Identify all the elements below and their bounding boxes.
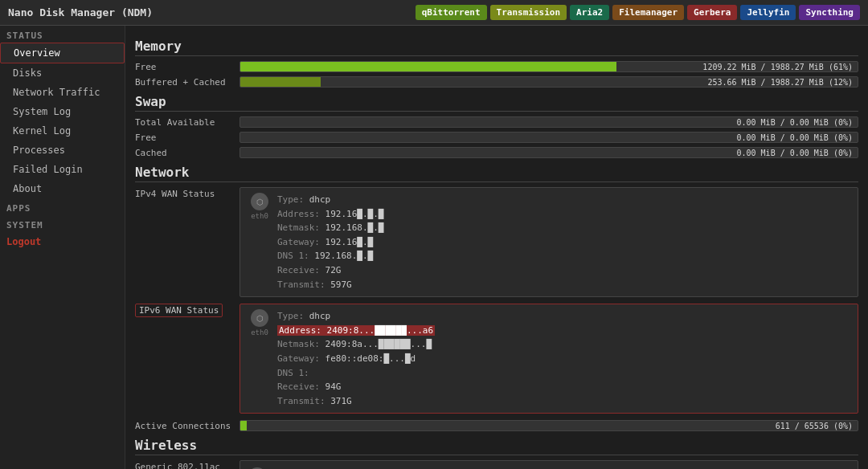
memory-buffered-value: 253.66 MiB / 1988.27 MiB (12%) — [707, 77, 853, 88]
aria2-button[interactable]: Aria2 — [570, 5, 609, 20]
ipv4-row: IPv4 WAN Status ⬡ eth0 Type: dhcp Addres… — [135, 187, 858, 297]
apps-section-label: Apps — [0, 198, 125, 215]
ipv4-dns-label: DNS 1: — [277, 251, 314, 261]
swap-total-bar: 0.00 MiB / 0.00 MiB (0%) — [240, 116, 858, 128]
wireless-device-label: Generic 802.11ac Wireless Controller (ra… — [135, 460, 240, 469]
ipv4-icon-label: eth0 — [251, 212, 268, 220]
ipv6-label-box: IPv6 WAN Status — [135, 304, 223, 317]
ipv6-transmit-label: Transmit: — [277, 396, 330, 406]
sidebar: Status Overview Disks Network Traffic Sy… — [0, 26, 125, 469]
ipv6-type-label: Type: — [277, 311, 309, 321]
ipv6-icon-circle: ⬡ — [251, 309, 268, 327]
app-title: Nano Disk Manager (NDM) — [8, 6, 153, 18]
transmission-button[interactable]: Transmission — [490, 5, 567, 20]
sidebar-item-processes[interactable]: Processes — [0, 141, 125, 160]
jellyfin-button[interactable]: Jellyfin — [740, 5, 796, 20]
ipv6-netmask-label: Netmask: — [277, 339, 326, 349]
gerbera-button[interactable]: Gerbera — [687, 5, 737, 20]
ipv4-address-label: Address: — [277, 209, 326, 219]
system-section-label: System — [0, 215, 125, 232]
ipv4-transmit-label: Transmit: — [277, 279, 330, 290]
ipv6-row: IPv6 WAN Status ⬡ eth0 Type: dhcp Addres… — [135, 304, 858, 414]
ipv6-dns-label: DNS 1: — [277, 368, 309, 378]
memory-free-row: Free 1209.22 MiB / 1988.27 MiB (61%) — [135, 61, 858, 72]
memory-free-bar-fill — [240, 62, 616, 71]
ipv6-details: Type: dhcp Address: 2409:8...██████...a6… — [277, 309, 850, 408]
syncthing-button[interactable]: Syncthing — [799, 5, 860, 20]
connections-row: Active Connections 611 / 65536 (0%) — [135, 420, 858, 431]
ipv6-icon: ⬡ eth0 — [248, 309, 271, 336]
swap-section-header: Swap — [135, 94, 858, 112]
network-section-header: Network — [135, 165, 858, 182]
layout: Status Overview Disks Network Traffic Sy… — [0, 26, 868, 469]
swap-total-label: Total Available — [135, 117, 240, 128]
ipv6-icon-label: eth0 — [251, 328, 268, 336]
ipv4-label: IPv4 WAN Status — [135, 187, 240, 297]
sidebar-item-failed-login[interactable]: Failed Login — [0, 160, 125, 179]
memory-free-label: Free — [135, 62, 240, 72]
swap-free-label: Free — [135, 133, 240, 143]
ipv6-receive-label: Receive: — [277, 381, 326, 392]
connections-label: Active Connections — [135, 421, 240, 431]
sidebar-item-disks[interactable]: Disks — [0, 63, 125, 83]
main-content: Memory Free 1209.22 MiB / 1988.27 MiB (6… — [125, 26, 868, 469]
wireless-info-box: 📶 SSID: HacklogDashboard Mode: Client Ch… — [240, 460, 858, 469]
swap-cached-row: Cached 0.00 MiB / 0.00 MiB (0%) — [135, 147, 858, 158]
swap-free-row: Free 0.00 MiB / 0.00 MiB (0%) — [135, 132, 858, 143]
ipv4-icon: ⬡ eth0 — [248, 193, 271, 220]
qbittorrent-button[interactable]: qBittorrent — [416, 5, 487, 20]
swap-cached-value: 0.00 MiB / 0.00 MiB (0%) — [737, 148, 854, 158]
ipv6-outer-label: IPv6 WAN Status — [135, 304, 240, 414]
ipv4-info-box: ⬡ eth0 Type: dhcp Address: 192.16█.█.█ N… — [240, 187, 858, 297]
swap-total-value: 0.00 MiB / 0.00 MiB (0%) — [737, 117, 854, 128]
ipv6-gateway-label: Gateway: — [277, 353, 326, 364]
sidebar-item-network-traffic[interactable]: Network Traffic — [0, 83, 125, 102]
memory-buffered-bar: 253.66 MiB / 1988.27 MiB (12%) — [240, 76, 858, 88]
swap-cached-bar: 0.00 MiB / 0.00 MiB (0%) — [240, 147, 858, 158]
memory-section-header: Memory — [135, 39, 858, 56]
memory-buffered-label: Buffered + Cached — [135, 77, 240, 88]
memory-buffered-row: Buffered + Cached 253.66 MiB / 1988.27 M… — [135, 76, 858, 88]
sidebar-item-system-log[interactable]: System Log — [0, 102, 125, 121]
memory-free-value: 1209.22 MiB / 1988.27 MiB (61%) — [702, 62, 853, 72]
status-section-label: Status — [0, 26, 125, 43]
wireless-details: SSID: HacklogDashboard Mode: Client Chan… — [272, 466, 850, 469]
connections-value: 611 / 65536 (0%) — [776, 421, 853, 431]
header-nav: qBittorrent Transmission Aria2 Filemanag… — [416, 5, 860, 20]
sidebar-item-overview[interactable]: Overview — [0, 43, 125, 63]
ipv4-details: Type: dhcp Address: 192.16█.█.█ Netmask:… — [277, 193, 850, 292]
ipv4-type-label: Type: — [277, 194, 309, 205]
ipv6-address-highlight: Address: 2409:8...██████...a6 — [277, 325, 435, 336]
ipv4-gateway-label: Gateway: — [277, 237, 326, 247]
sidebar-item-about[interactable]: About — [0, 179, 125, 198]
ipv4-netmask-label: Netmask: — [277, 222, 326, 233]
memory-buffered-bar-fill — [240, 77, 321, 87]
swap-free-bar: 0.00 MiB / 0.00 MiB (0%) — [240, 132, 858, 143]
memory-free-bar: 1209.22 MiB / 1988.27 MiB (61%) — [240, 61, 858, 72]
header: Nano Disk Manager (NDM) qBittorrent Tran… — [0, 0, 868, 26]
filemanager-button[interactable]: Filemanager — [612, 5, 684, 20]
ipv4-icon-circle: ⬡ — [251, 193, 268, 210]
connections-bar-fill — [240, 421, 247, 430]
ipv6-info-box: ⬡ eth0 Type: dhcp Address: 2409:8...████… — [240, 304, 858, 414]
sidebar-item-logout[interactable]: Logout — [0, 232, 125, 251]
swap-total-row: Total Available 0.00 MiB / 0.00 MiB (0%) — [135, 116, 858, 128]
swap-free-value: 0.00 MiB / 0.00 MiB (0%) — [737, 133, 854, 143]
sidebar-item-kernel-log[interactable]: Kernel Log — [0, 121, 125, 141]
swap-cached-label: Cached — [135, 148, 240, 158]
wireless-row: Generic 802.11ac Wireless Controller (ra… — [135, 460, 858, 469]
connections-bar: 611 / 65536 (0%) — [240, 420, 858, 431]
wireless-section-header: Wireless — [135, 438, 858, 455]
ipv4-receive-label: Receive: — [277, 265, 326, 275]
